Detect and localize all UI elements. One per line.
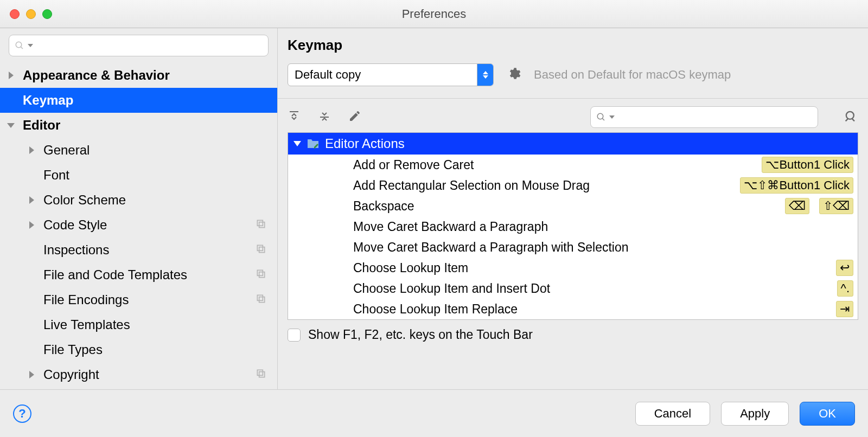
svg-rect-8: [257, 295, 263, 300]
edit-icon[interactable]: [348, 110, 361, 125]
action-row[interactable]: Move Caret Backward a Paragraph with Sel…: [288, 237, 858, 258]
sidebar-item-label: Appearance & Behavior: [23, 68, 170, 83]
sidebar-item-label: Inspections: [43, 242, 109, 258]
scope-icon: [256, 367, 266, 382]
scope-icon: [256, 242, 266, 258]
sidebar-item[interactable]: File Encodings: [0, 287, 277, 312]
chevron-down-icon: [609, 115, 615, 119]
content-panel: Keymap Default copy Based on Default for…: [278, 28, 868, 389]
based-on-label: Based on Default for macOS keymap: [534, 68, 731, 82]
action-name: Choose Lookup Item Replace: [353, 302, 836, 317]
cancel-button[interactable]: Cancel: [635, 402, 710, 426]
sidebar-item[interactable]: Inspections: [0, 237, 277, 262]
sidebar-item[interactable]: Font: [0, 163, 277, 188]
window-titlebar: Preferences: [0, 0, 868, 28]
page-title: Keymap: [288, 37, 858, 54]
svg-line-1: [21, 47, 23, 49]
sidebar-item-label: Live Templates: [43, 317, 130, 332]
sidebar-item-label: Color Scheme: [43, 192, 126, 208]
svg-point-16: [846, 112, 854, 119]
search-icon: [15, 41, 24, 50]
sidebar-item-label: Keymap: [23, 93, 73, 108]
keymap-scheme-select[interactable]: Default copy: [288, 63, 494, 86]
minimize-window-button[interactable]: [26, 9, 36, 19]
tree-group-editor-actions[interactable]: Editor Actions: [288, 133, 858, 155]
chevron-right-icon: [29, 196, 34, 204]
chevron-down-icon: [7, 123, 15, 128]
svg-line-17: [846, 119, 848, 121]
zoom-window-button[interactable]: [42, 9, 52, 19]
action-row[interactable]: Backspace⌫⇧⌫: [288, 196, 858, 216]
sidebar-item[interactable]: Keymap: [0, 88, 277, 113]
sidebar-item-label: Font: [43, 168, 69, 183]
svg-rect-9: [259, 297, 265, 303]
sidebar-item-label: General: [43, 143, 90, 158]
preferences-sidebar: Appearance & BehaviorKeymapEditorGeneral…: [0, 28, 278, 389]
sidebar-item-label: Code Style: [43, 217, 107, 233]
select-handle-icon: [477, 64, 493, 86]
close-window-button[interactable]: [10, 9, 20, 19]
scope-icon: [256, 267, 266, 282]
action-name: Move Caret Backward a Paragraph with Sel…: [353, 240, 853, 255]
shortcut-list: ⌥Button1 Click: [762, 157, 853, 173]
sidebar-item-label: File and Code Templates: [43, 267, 187, 282]
shortcut-badge: ^.: [837, 280, 853, 297]
svg-rect-3: [259, 222, 265, 228]
svg-rect-7: [259, 272, 265, 278]
action-row[interactable]: Choose Lookup Item and Insert Dot^.: [288, 278, 858, 299]
ok-button[interactable]: OK: [800, 402, 855, 426]
sidebar-item[interactable]: Color Scheme: [0, 188, 277, 213]
svg-rect-5: [259, 247, 265, 253]
sidebar-item[interactable]: General: [0, 138, 277, 163]
action-tree[interactable]: Editor Actions Add or Remove Caret⌥Butto…: [288, 132, 858, 320]
sidebar-search-input[interactable]: [9, 35, 269, 56]
sidebar-item[interactable]: Appearance & Behavior: [0, 63, 277, 88]
action-row[interactable]: Choose Lookup Item↩: [288, 258, 858, 278]
shortcut-list: ↩: [836, 260, 853, 276]
sidebar-item[interactable]: Code Style: [0, 213, 277, 237]
action-name: Move Caret Backward a Paragraph: [353, 220, 853, 234]
action-name: Add Rectangular Selection on Mouse Drag: [353, 178, 740, 193]
svg-point-14: [597, 113, 603, 119]
shortcut-list: ⌥⇧⌘Button1 Click: [740, 177, 853, 194]
scope-icon: [256, 292, 266, 307]
touchbar-checkbox-label: Show F1, F2, etc. keys on the Touch Bar: [308, 327, 533, 342]
sidebar-item[interactable]: File Types: [0, 337, 277, 362]
sidebar-item-label: Editor: [23, 118, 60, 133]
collapse-all-icon[interactable]: [318, 110, 331, 125]
svg-line-18: [852, 119, 854, 121]
action-name: Add or Remove Caret: [353, 158, 762, 172]
shortcut-badge: ⌫: [785, 198, 809, 214]
search-icon: [596, 112, 606, 122]
apply-button[interactable]: Apply: [721, 402, 789, 426]
action-name: Choose Lookup Item and Insert Dot: [353, 281, 837, 296]
sidebar-item[interactable]: Editor: [0, 113, 277, 138]
keymap-toolbar: [278, 98, 868, 132]
svg-rect-2: [257, 220, 263, 226]
action-row[interactable]: Add or Remove Caret⌥Button1 Click: [288, 155, 858, 175]
action-name: Choose Lookup Item: [353, 261, 836, 275]
shortcut-badge: ⌥⇧⌘Button1 Click: [740, 177, 853, 194]
sidebar-item[interactable]: Live Templates: [0, 312, 277, 337]
sidebar-item[interactable]: File and Code Templates: [0, 262, 277, 287]
shortcut-badge: ⇥: [836, 301, 853, 317]
folder-icon: [307, 138, 320, 149]
expand-all-icon[interactable]: [288, 110, 301, 125]
shortcut-badge: ↩: [836, 260, 853, 276]
chevron-right-icon: [9, 72, 14, 79]
scope-icon: [256, 217, 266, 233]
touchbar-checkbox[interactable]: [288, 329, 301, 342]
shortcut-list: ^.: [837, 280, 853, 297]
action-row[interactable]: Choose Lookup Item Replace⇥: [288, 299, 858, 319]
window-controls: [10, 9, 52, 19]
shortcut-list: ⌫⇧⌫: [785, 198, 853, 214]
action-row[interactable]: Move Caret Backward a Paragraph: [288, 216, 858, 237]
find-by-shortcut-icon[interactable]: [843, 108, 858, 126]
gear-icon[interactable]: [507, 67, 521, 83]
sidebar-item[interactable]: Copyright: [0, 362, 277, 387]
action-search-input[interactable]: [590, 106, 818, 128]
help-button[interactable]: ?: [13, 404, 31, 423]
svg-rect-11: [259, 372, 265, 377]
sidebar-nav: Appearance & BehaviorKeymapEditorGeneral…: [0, 63, 277, 389]
action-row[interactable]: Add Rectangular Selection on Mouse Drag⌥…: [288, 175, 858, 196]
